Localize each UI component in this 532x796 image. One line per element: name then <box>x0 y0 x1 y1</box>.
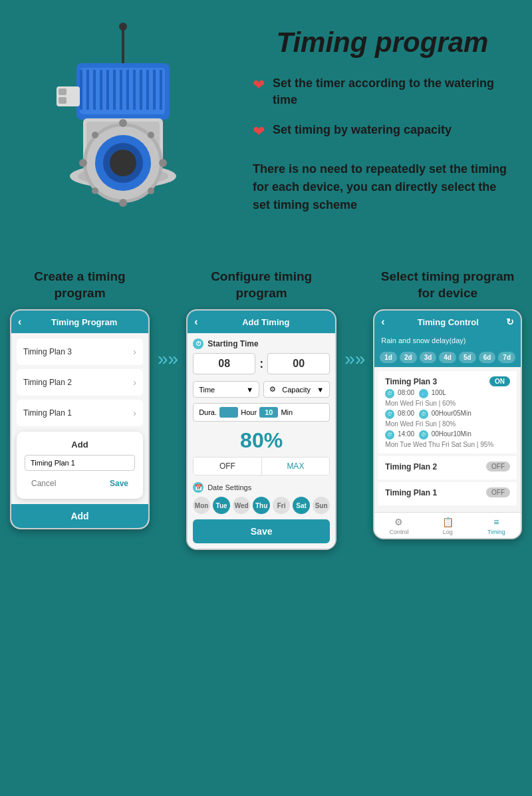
svg-rect-9 <box>113 70 116 110</box>
list-item[interactable]: Timing Plan 1 › <box>17 400 143 426</box>
page-title: Timing program <box>253 27 512 59</box>
refresh-icon[interactable]: ↻ <box>506 317 514 327</box>
phone3-body: Timing Plan 3 ON ⏱ 08:00 💧 100L Mon Wed … <box>374 367 521 512</box>
plan1-label: Timing Plan 1 <box>23 408 72 418</box>
svg-rect-12 <box>133 70 136 110</box>
svg-rect-15 <box>153 70 156 110</box>
svg-point-1 <box>119 23 127 31</box>
control-label: Control <box>389 529 408 535</box>
svg-point-29 <box>79 159 87 167</box>
nav-control[interactable]: ⚙ Control <box>374 517 423 535</box>
timing-icon: ≡ <box>472 517 521 527</box>
day-sat[interactable]: Sat <box>293 497 310 514</box>
phones-row: Create a timing program ‹ Timing Program… <box>10 269 522 550</box>
day-btn-4d[interactable]: 4d <box>439 352 456 363</box>
phone1-body: Timing Plan 3 › Timing Plan 2 › Timing P… <box>11 333 148 504</box>
capacity-select[interactable]: ⚙ Capacity ▼ <box>263 381 330 398</box>
plan3-days3: Mon Tue Wed Thu Fri Sat Sun | 95% <box>385 441 510 448</box>
back-arrow-icon-2[interactable]: ‹ <box>194 316 198 328</box>
list-item[interactable]: Timing Plan 2 › <box>17 369 143 396</box>
max-button[interactable]: MAX <box>261 458 330 475</box>
dura-input[interactable] <box>219 407 238 418</box>
day-btn-2d[interactable]: 2d <box>400 352 417 363</box>
svg-point-31 <box>119 119 127 127</box>
day-fri[interactable]: Fri <box>273 497 290 514</box>
add-footer-button[interactable]: Add <box>11 504 148 528</box>
day-tue[interactable]: Tue <box>213 497 230 514</box>
time-select[interactable]: Time ▼ <box>193 381 259 398</box>
add-dialog: Add Cancel Save <box>17 432 143 499</box>
plan3-detail1: ⏱ 08:00 💧 100L <box>385 389 510 398</box>
phone2-body: ⏱ Starting Time 08 : 00 Time ▼ <box>188 333 335 549</box>
rain-snow-label: Rain and snow delay(day) <box>374 333 521 348</box>
log-icon: 📋 <box>424 517 472 527</box>
phone2-label: Configure timing program <box>186 269 336 301</box>
phone3-column: Select timing program for device ‹ Timin… <box>373 269 522 539</box>
plan2-label: Timing Plan 2 <box>23 378 72 387</box>
phone2-column: Configure timing program ‹ Add Timing ⏱ … <box>186 269 336 550</box>
day-thu[interactable]: Thu <box>253 497 270 514</box>
phone2-frame: ‹ Add Timing ⏱ Starting Time 08 : 00 <box>186 309 336 550</box>
list-item[interactable]: Timing Plan 3 › <box>17 338 143 365</box>
day-btn-6d[interactable]: 6d <box>479 352 496 363</box>
calendar-icon: 📅 <box>193 482 203 493</box>
capacity-icon: ⚙ <box>269 385 276 394</box>
svg-rect-19 <box>59 97 66 104</box>
time-dropdown-icon: ▼ <box>246 386 253 394</box>
svg-rect-13 <box>140 70 142 110</box>
date-settings-label: Date Settings <box>207 483 251 491</box>
product-image-area <box>20 20 239 249</box>
hour-label: Hour <box>241 408 257 416</box>
back-arrow-icon[interactable]: ‹ <box>18 316 21 328</box>
phone1-frame: ‹ Timing Program Timing Plan 3 › Timing … <box>10 309 150 529</box>
plan1-toggle[interactable]: OFF <box>486 487 510 497</box>
day-btn-5d[interactable]: 5d <box>459 352 476 363</box>
cancel-button[interactable]: Cancel <box>25 476 63 491</box>
arrow-icon: › <box>133 408 136 418</box>
svg-point-34 <box>148 132 154 138</box>
top-section: Timing program ❤ Set the timer according… <box>0 0 532 262</box>
save-button[interactable]: Save <box>103 476 135 491</box>
svg-rect-4 <box>80 70 82 110</box>
arrow-icon: › <box>133 377 136 388</box>
svg-point-33 <box>92 132 98 138</box>
clock-icon-3: ⏱ <box>385 430 394 440</box>
nav-timing[interactable]: ≡ Timing <box>472 517 521 535</box>
p2-save-button[interactable]: Save <box>193 519 330 543</box>
plan2-toggle[interactable]: OFF <box>486 462 510 471</box>
day-btn-1d[interactable]: 1d <box>380 352 397 363</box>
day-wed[interactable]: Wed <box>233 497 250 514</box>
off-button[interactable]: OFF <box>194 458 261 475</box>
hour-input[interactable]: 08 <box>193 353 255 374</box>
off-max-row: OFF MAX <box>193 457 330 475</box>
colon-separator: : <box>259 353 263 374</box>
plan3-toggle[interactable]: ON <box>489 376 510 386</box>
feature-item-1: ❤ Set the timer according to the waterin… <box>253 75 512 108</box>
nav-log[interactable]: 📋 Log <box>424 517 472 535</box>
plan3-days2: Mon Wed Fri Sun | 80% <box>385 420 510 428</box>
svg-rect-8 <box>106 70 109 110</box>
plan-name-input[interactable] <box>25 455 135 471</box>
date-section: 📅 Date Settings Mon Tue Wed Thu Fri Sat … <box>193 482 330 514</box>
plan3-label: Timing Plan 3 <box>23 347 72 356</box>
timing-label: Timing <box>487 529 505 535</box>
day-btn-3d[interactable]: 3d <box>420 352 437 363</box>
day-sun[interactable]: Sun <box>313 497 330 514</box>
capacity-dropdown-icon: ▼ <box>317 386 324 394</box>
phone1-header-title: Timing Program <box>27 317 142 327</box>
days-row: Mon Tue Wed Thu Fri Sat Sun <box>193 497 330 514</box>
phone1-column: Create a timing program ‹ Timing Program… <box>10 269 150 529</box>
day-btn-7d[interactable]: 7d <box>498 352 515 363</box>
svg-point-35 <box>92 188 98 194</box>
min-value[interactable]: 10 <box>259 407 278 418</box>
svg-rect-16 <box>160 70 162 110</box>
svg-point-30 <box>159 159 167 167</box>
day-mon[interactable]: Mon <box>193 497 210 514</box>
back-arrow-icon-3[interactable]: ‹ <box>381 316 384 328</box>
phone2-header: ‹ Add Timing <box>188 311 335 333</box>
minute-input[interactable]: 00 <box>267 353 330 374</box>
phone3-label: Select timing program for device <box>373 269 522 301</box>
phone2-header-title: Add Timing <box>203 317 329 327</box>
svg-rect-7 <box>100 70 102 110</box>
plan3-row: Timing Plan 3 ON ⏱ 08:00 💧 100L Mon Wed … <box>378 371 517 454</box>
